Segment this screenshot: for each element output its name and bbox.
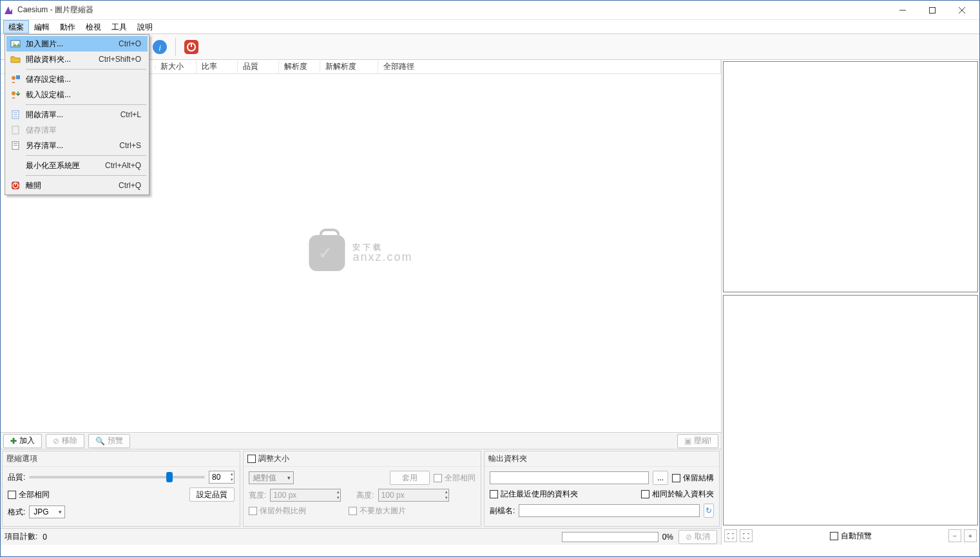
- width-label: 寬度:: [249, 490, 266, 501]
- resize-mode-select: 絕對值: [249, 471, 294, 484]
- preview-panel: ⛶ ⛶ 自動預覽 − +: [722, 60, 979, 545]
- col-new-size[interactable]: 新大小: [155, 59, 197, 74]
- menu-edit[interactable]: 編輯: [29, 20, 55, 33]
- remove-button[interactable]: ⊘移除: [46, 434, 84, 448]
- open-list-icon: [9, 109, 22, 120]
- set-quality-button[interactable]: 設定品質: [189, 487, 235, 502]
- watermark: 安下载 anxz.com: [309, 235, 412, 271]
- save-list-icon: [9, 125, 22, 135]
- titlebar: Caesium - 圖片壓縮器: [1, 1, 979, 20]
- item-count-label: 項目計數:: [5, 531, 37, 542]
- menu-tools[interactable]: 工具: [106, 20, 132, 33]
- preview-original: [723, 61, 978, 292]
- svg-rect-13: [12, 126, 19, 134]
- menu-exit[interactable]: 離開 Ctrl+Q: [6, 178, 148, 193]
- keep-ratio-checkbox: 保留外觀比例: [249, 505, 306, 516]
- add-button[interactable]: ✚加入: [3, 434, 42, 448]
- menu-open-folder[interactable]: 開啟資料夾... Ctrl+Shift+O: [6, 52, 148, 67]
- menu-action[interactable]: 動作: [55, 20, 81, 33]
- plus-icon: ✚: [10, 437, 17, 446]
- menu-save-profile[interactable]: 儲存設定檔...: [6, 71, 148, 87]
- save-profile-icon: [9, 74, 22, 84]
- menu-save-list-as[interactable]: 另存清單... Ctrl+S: [6, 138, 148, 153]
- folder-icon: [9, 54, 22, 64]
- resize-panel: 調整大小 絕對值 套用 全部相同 寬度: 100 px 高度: 100 px: [243, 451, 481, 527]
- preview-compressed: [723, 295, 978, 526]
- file-menu-dropdown: 加入圖片... Ctrl+O 開啟資料夾... Ctrl+Shift+O 儲存設…: [5, 34, 149, 195]
- resize-same-all-checkbox: 全部相同: [434, 473, 476, 484]
- progress-bar: [562, 532, 658, 542]
- suffix-label: 副檔名:: [490, 505, 515, 516]
- format-select[interactable]: JPG: [29, 505, 65, 518]
- keep-structure-checkbox[interactable]: 保留結構: [672, 473, 714, 484]
- col-ratio[interactable]: 比率: [197, 59, 238, 74]
- forbidden-icon: ⊘: [686, 533, 692, 542]
- compress-button[interactable]: ▣壓縮!: [677, 434, 718, 448]
- auto-preview-checkbox[interactable]: 自動預覽: [830, 531, 872, 542]
- col-full-path[interactable]: 全部路徑: [378, 59, 721, 74]
- quality-spinbox[interactable]: 80: [209, 471, 235, 484]
- progress-percent: 0%: [662, 533, 673, 542]
- picture-icon: [9, 39, 22, 49]
- suffix-input[interactable]: [519, 504, 700, 517]
- col-new-resolution[interactable]: 新解析度: [320, 59, 378, 74]
- menu-save-list: 儲存清單: [6, 122, 148, 138]
- preview-button[interactable]: 🔍預覽: [88, 434, 130, 448]
- menu-add-pictures[interactable]: 加入圖片... Ctrl+O: [6, 36, 148, 52]
- same-as-input-checkbox[interactable]: 相同於輸入資料夾: [641, 489, 714, 500]
- exit-icon: [9, 180, 22, 191]
- save-list-as-icon: [9, 140, 22, 151]
- same-for-all-checkbox[interactable]: 全部相同: [8, 489, 50, 500]
- refresh-icon: ↻: [706, 506, 712, 515]
- app-icon: [3, 5, 14, 15]
- plus-button[interactable]: +: [964, 529, 977, 542]
- bottom-row: 項目計數: 0 0% ⊘取消: [1, 528, 721, 545]
- svg-rect-7: [16, 75, 20, 79]
- fit-original-button[interactable]: ⛶: [724, 529, 737, 542]
- quality-slider[interactable]: [29, 476, 205, 478]
- resize-enable-checkbox[interactable]: 調整大小: [247, 453, 477, 464]
- svg-rect-1: [930, 7, 936, 13]
- menu-minimize-tray[interactable]: 最小化至系統匣 Ctrl+Alt+Q: [6, 158, 148, 173]
- format-label: 格式:: [8, 507, 25, 518]
- maximize-button[interactable]: [918, 1, 947, 20]
- svg-text:i: i: [159, 44, 161, 53]
- apply-button: 套用: [390, 471, 430, 485]
- menu-open-list[interactable]: 開啟清單... Ctrl+L: [6, 107, 148, 122]
- action-row: ✚加入 ⊘移除 🔍預覽 ▣壓縮!: [1, 432, 721, 449]
- toolbar-power-icon[interactable]: [180, 35, 203, 59]
- remember-folder-checkbox[interactable]: 記住最近使用的資料夾: [490, 489, 578, 500]
- window-title: Caesium - 圖片壓縮器: [17, 5, 888, 15]
- width-spinbox: 100 px: [270, 489, 341, 502]
- refresh-suffix-button[interactable]: ↻: [704, 504, 714, 518]
- output-path-input[interactable]: [490, 471, 649, 484]
- menu-load-profile[interactable]: 載入設定檔...: [6, 87, 148, 102]
- output-panel: 輸出資料夾 ... 保留結構 記住最近使用的資料夾 相同於輸入資料夾 副檔名:: [484, 451, 720, 527]
- item-count-value: 0: [43, 533, 47, 542]
- svg-point-8: [12, 91, 15, 95]
- menu-file[interactable]: 檔案: [3, 20, 29, 33]
- height-spinbox: 100 px: [378, 489, 449, 502]
- forbidden-icon: ⊘: [53, 437, 59, 446]
- no-enlarge-checkbox: 不要放大圖片: [349, 505, 406, 516]
- compress-panel: 壓縮選項 品質: 80 全部相同 設定品質 格式: JPG: [2, 451, 240, 527]
- fit-compressed-button[interactable]: ⛶: [740, 529, 753, 542]
- close-button[interactable]: [947, 1, 977, 20]
- minus-button[interactable]: −: [948, 529, 961, 542]
- svg-point-5: [13, 42, 15, 44]
- browse-button[interactable]: ...: [653, 471, 668, 485]
- cancel-button[interactable]: ⊘取消: [678, 530, 717, 544]
- minimize-button[interactable]: [888, 1, 918, 20]
- col-resolution[interactable]: 解析度: [279, 59, 320, 74]
- search-icon: 🔍: [95, 437, 105, 446]
- toolbar-info-icon[interactable]: i: [148, 35, 171, 59]
- menu-help[interactable]: 說明: [132, 20, 158, 33]
- quality-label: 品質:: [8, 472, 25, 483]
- menu-view[interactable]: 檢視: [81, 20, 106, 33]
- col-quality[interactable]: 品質: [238, 59, 279, 74]
- height-label: 高度:: [356, 490, 374, 501]
- svg-point-6: [12, 76, 15, 80]
- load-profile-icon: [9, 90, 22, 100]
- compress-icon: ▣: [684, 437, 691, 446]
- menubar: 檔案 編輯 動作 檢視 工具 說明: [1, 20, 979, 34]
